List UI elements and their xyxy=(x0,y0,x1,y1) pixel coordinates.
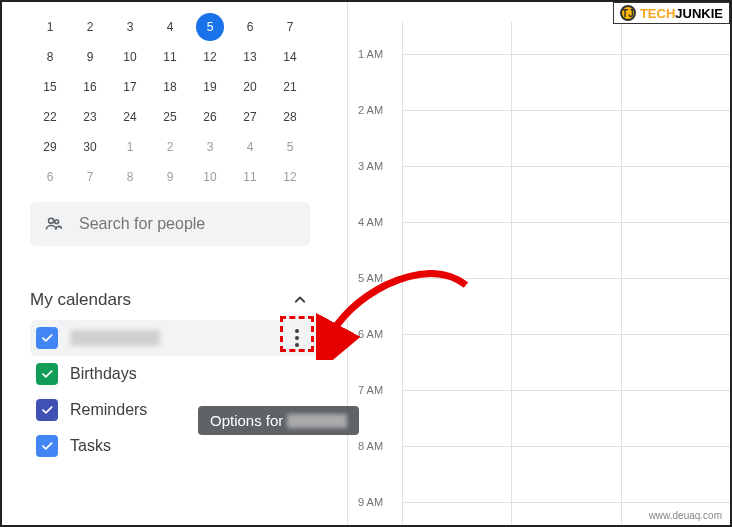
section-title: My calendars xyxy=(30,290,131,310)
mini-calendar-day[interactable]: 6 xyxy=(230,12,270,42)
mini-calendar-day[interactable]: 3 xyxy=(110,12,150,42)
mini-calendar-day[interactable]: 27 xyxy=(230,102,270,132)
mini-calendar-day[interactable]: 13 xyxy=(230,42,270,72)
mini-calendar-day[interactable]: 12 xyxy=(190,42,230,72)
mini-calendar-day[interactable]: 17 xyxy=(110,72,150,102)
mini-calendar-day[interactable]: 29 xyxy=(30,132,70,162)
hour-line xyxy=(402,166,730,167)
hour-line xyxy=(402,54,730,55)
calendar-item[interactable] xyxy=(30,320,330,356)
svg-point-1 xyxy=(55,220,59,224)
hour-line xyxy=(402,390,730,391)
mini-calendar-day[interactable]: 5 xyxy=(190,12,230,42)
people-icon xyxy=(44,213,63,235)
mini-calendar-day[interactable]: 16 xyxy=(70,72,110,102)
mini-calendar-day[interactable]: 8 xyxy=(30,42,70,72)
my-calendars-header[interactable]: My calendars xyxy=(30,290,310,310)
hour-label: 4 AM xyxy=(358,216,383,228)
mini-calendar-day[interactable]: 22 xyxy=(30,102,70,132)
mini-calendar-day[interactable]: 24 xyxy=(110,102,150,132)
mini-calendar-day[interactable]: 7 xyxy=(70,162,110,192)
tooltip-prefix: Options for xyxy=(210,412,283,429)
hour-line xyxy=(402,502,730,503)
hour-line xyxy=(402,334,730,335)
mini-calendar-day[interactable]: 10 xyxy=(190,162,230,192)
hour-line xyxy=(402,278,730,279)
hour-label: 2 AM xyxy=(358,104,383,116)
hour-label: 7 AM xyxy=(358,384,383,396)
hour-label: 1 AM xyxy=(358,48,383,60)
hour-line xyxy=(402,110,730,111)
calendar-label: Tasks xyxy=(70,437,111,455)
mini-calendar-day[interactable]: 15 xyxy=(30,72,70,102)
site-watermark: www.deuaq.com xyxy=(649,510,722,521)
options-tooltip: Options for xyxy=(198,406,359,435)
mini-calendar-day[interactable]: 1 xyxy=(30,12,70,42)
calendar-checkbox[interactable] xyxy=(36,327,58,349)
mini-calendar-day[interactable]: 20 xyxy=(230,72,270,102)
search-people[interactable] xyxy=(30,202,310,246)
calendar-item[interactable]: Birthdays xyxy=(30,356,330,392)
mini-calendar[interactable]: 1234567891011121314151617181920212223242… xyxy=(30,12,310,192)
calendar-label: Birthdays xyxy=(70,365,137,383)
hour-line xyxy=(402,446,730,447)
mini-calendar-day[interactable]: 4 xyxy=(150,12,190,42)
hour-label: 6 AM xyxy=(358,328,383,340)
mini-calendar-day[interactable]: 1 xyxy=(110,132,150,162)
mini-calendar-day[interactable]: 10 xyxy=(110,42,150,72)
mini-calendar-day[interactable]: 23 xyxy=(70,102,110,132)
hour-label: 5 AM xyxy=(358,272,383,284)
tooltip-redacted xyxy=(287,414,347,428)
chevron-up-icon xyxy=(290,290,310,310)
time-grid-panel[interactable]: 1 AM2 AM3 AM4 AM5 AM6 AM7 AM8 AM9 AM xyxy=(348,2,730,525)
mini-calendar-day[interactable]: 19 xyxy=(190,72,230,102)
mini-calendar-day[interactable]: 7 xyxy=(270,12,310,42)
calendar-label: Reminders xyxy=(70,401,147,419)
hour-label: 9 AM xyxy=(358,496,383,508)
hour-label: 3 AM xyxy=(358,160,383,172)
mini-calendar-day[interactable]: 6 xyxy=(30,162,70,192)
mini-calendar-day[interactable]: 18 xyxy=(150,72,190,102)
mini-calendar-day[interactable]: 9 xyxy=(150,162,190,192)
mini-calendar-day[interactable]: 30 xyxy=(70,132,110,162)
calendar-list: BirthdaysRemindersTasks xyxy=(30,320,330,464)
calendar-checkbox[interactable] xyxy=(36,363,58,385)
mini-calendar-day[interactable]: 11 xyxy=(150,42,190,72)
mini-calendar-day[interactable]: 3 xyxy=(190,132,230,162)
mini-calendar-day[interactable]: 12 xyxy=(270,162,310,192)
calendar-options-icon[interactable] xyxy=(286,325,308,351)
brand-watermark: TJ TECHJUNKIE xyxy=(613,2,730,24)
svg-point-0 xyxy=(49,218,54,223)
mini-calendar-day[interactable]: 2 xyxy=(70,12,110,42)
mini-calendar-day[interactable]: 4 xyxy=(230,132,270,162)
mini-calendar-day[interactable]: 11 xyxy=(230,162,270,192)
hour-line xyxy=(402,222,730,223)
mini-calendar-day[interactable]: 26 xyxy=(190,102,230,132)
mini-calendar-day[interactable]: 5 xyxy=(270,132,310,162)
search-input[interactable] xyxy=(79,215,296,233)
calendar-checkbox[interactable] xyxy=(36,399,58,421)
mini-calendar-day[interactable]: 9 xyxy=(70,42,110,72)
calendar-label xyxy=(70,330,160,346)
mini-calendar-day[interactable]: 25 xyxy=(150,102,190,132)
mini-calendar-day[interactable]: 28 xyxy=(270,102,310,132)
mini-calendar-day[interactable]: 2 xyxy=(150,132,190,162)
mini-calendar-day[interactable]: 8 xyxy=(110,162,150,192)
mini-calendar-day[interactable]: 21 xyxy=(270,72,310,102)
mini-calendar-day[interactable]: 14 xyxy=(270,42,310,72)
hour-label: 8 AM xyxy=(358,440,383,452)
calendar-checkbox[interactable] xyxy=(36,435,58,457)
